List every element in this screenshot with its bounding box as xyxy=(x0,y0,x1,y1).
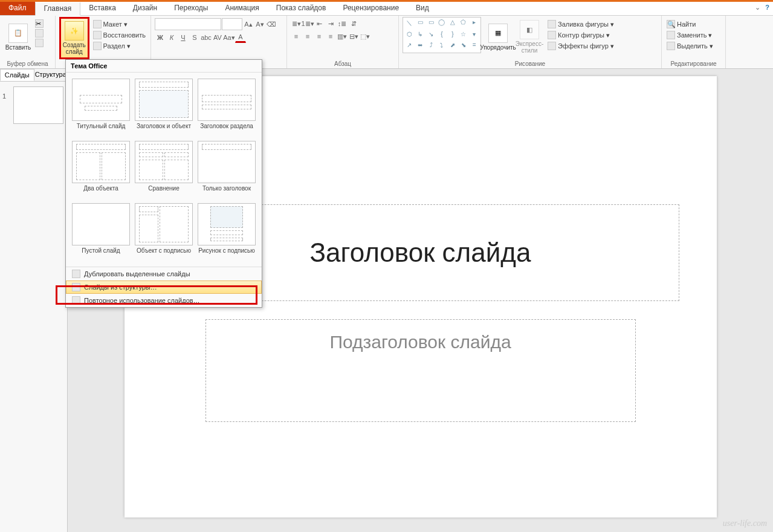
group-clipboard: 📋 Вставить ✂ Буфер обмена xyxy=(0,16,56,68)
slide-thumbnail-1[interactable] xyxy=(13,86,63,124)
arrange-icon: ▦ xyxy=(488,24,508,43)
reuse-slides-item[interactable]: Повторное использование слайдов… xyxy=(66,294,262,307)
group-drawing: ＼▭▭◯△⬠▸ ⬡↳↘{}☆▾ ↗⬌⤴⤵⬈⬊= ▦ Упорядочить ◧ … xyxy=(399,16,662,68)
cut-icon[interactable]: ✂ xyxy=(35,19,44,28)
gallery-header: Тема Office xyxy=(66,60,262,73)
title-placeholder-text: Заголовок слайда xyxy=(310,238,531,268)
layout-title-slide[interactable]: Титульный слайд xyxy=(71,77,131,137)
new-slide-button[interactable]: ✨ Создать слайд xyxy=(59,17,89,59)
align-center-icon[interactable]: ≡ xyxy=(302,31,313,42)
group-editing: 🔍Найти Заменить ▾ Выделить ▾ Редактирова… xyxy=(662,16,726,68)
font-name-combo[interactable] xyxy=(155,18,221,30)
bullets-icon[interactable]: ≣▾ xyxy=(291,18,302,29)
shape-fill-button[interactable]: Заливка фигуры ▾ xyxy=(546,19,615,29)
bold-icon[interactable]: Ж xyxy=(155,32,166,43)
tab-design[interactable]: Дизайн xyxy=(125,2,166,15)
layout-picture-caption[interactable]: Рисунок с подписью xyxy=(196,202,257,262)
columns-icon[interactable]: ▥▾ xyxy=(337,31,348,42)
arrange-button[interactable]: ▦ Упорядочить xyxy=(484,17,513,57)
tab-insert[interactable]: Вставка xyxy=(80,2,125,15)
subtitle-placeholder[interactable]: Подзаголовок слайда xyxy=(205,319,636,422)
layout-button[interactable]: Макет ▾ xyxy=(92,19,147,29)
clear-format-icon[interactable]: ⌫ xyxy=(266,19,277,30)
align-text-icon[interactable]: ⊟▾ xyxy=(348,31,359,42)
effects-icon xyxy=(548,42,556,50)
outline-icon xyxy=(72,283,80,291)
group-label-paragraph: Абзац xyxy=(291,59,395,68)
smartart-icon[interactable]: ⬚▾ xyxy=(360,31,370,42)
layout-comparison[interactable]: Сравнение xyxy=(134,140,194,199)
replace-button[interactable]: Заменить ▾ xyxy=(665,30,722,40)
watermark: user-life.com xyxy=(723,519,767,528)
align-left-icon[interactable]: ≡ xyxy=(291,31,302,42)
quick-styles-icon: ◧ xyxy=(520,20,539,39)
justify-icon[interactable]: ≡ xyxy=(325,31,336,42)
shape-outline-button[interactable]: Контур фигуры ▾ xyxy=(546,30,615,40)
reset-icon xyxy=(93,31,102,39)
duplicate-slides-item[interactable]: Дублировать выделенные слайды xyxy=(66,267,262,281)
line-spacing-icon[interactable]: ↕≣ xyxy=(337,18,348,29)
minimize-ribbon-icon[interactable]: ⌄ xyxy=(755,4,760,11)
layout-title-content[interactable]: Заголовок и объект xyxy=(134,77,194,137)
tab-home[interactable]: Главная xyxy=(35,2,81,16)
italic-icon[interactable]: К xyxy=(166,32,177,43)
quick-styles-button[interactable]: ◧ Экспресс-стили xyxy=(515,17,544,57)
layout-two-content[interactable]: Два объекта xyxy=(71,140,131,199)
indent-icon[interactable]: ⇥ xyxy=(325,18,336,29)
text-direction-icon[interactable]: ⇵ xyxy=(348,18,359,29)
replace-icon xyxy=(667,31,675,39)
shape-effects-button[interactable]: Эффекты фигур ▾ xyxy=(546,41,615,51)
tab-animations[interactable]: Анимация xyxy=(216,2,267,15)
font-size-combo[interactable] xyxy=(222,18,242,30)
group-label-clipboard: Буфер обмена xyxy=(4,59,51,68)
case-icon[interactable]: Aa▾ xyxy=(224,32,234,43)
grow-font-icon[interactable]: A▴ xyxy=(243,19,254,30)
slides-from-outline-item[interactable]: Слайды из структуры… xyxy=(66,281,262,294)
spacing-icon[interactable]: AV xyxy=(212,32,223,43)
slides-panel: Слайды Структура 1 xyxy=(0,69,68,532)
format-painter-icon[interactable] xyxy=(35,39,44,47)
group-paragraph: ≣▾ 1≣▾ ⇤ ⇥ ↕≣ ⇵ ≡ ≡ ≡ ≡ ▥▾ ⊟▾ ⬚▾ Абзац xyxy=(287,16,399,68)
layout-content-caption[interactable]: Объект с подписью xyxy=(134,202,194,262)
layout-icon xyxy=(93,20,102,28)
layout-section-header[interactable]: Заголовок раздела xyxy=(196,77,257,137)
underline-icon[interactable]: Ч xyxy=(178,32,189,43)
outline-icon xyxy=(548,31,556,39)
align-right-icon[interactable]: ≡ xyxy=(314,31,325,42)
layout-title-only[interactable]: Только заголовок xyxy=(196,140,257,199)
shrink-font-icon[interactable]: A▾ xyxy=(254,19,265,30)
panel-tab-slides[interactable]: Слайды xyxy=(0,69,34,81)
section-button[interactable]: Раздел ▾ xyxy=(92,41,147,51)
outdent-icon[interactable]: ⇤ xyxy=(314,18,325,29)
group-label-drawing: Рисование xyxy=(403,59,658,68)
tab-view[interactable]: Вид xyxy=(407,2,438,15)
section-icon xyxy=(93,42,102,50)
tab-review[interactable]: Рецензирование xyxy=(334,2,407,15)
clipboard-icon: 📋 xyxy=(8,24,28,43)
layout-blank[interactable]: Пустой слайд xyxy=(71,202,131,262)
strike-icon[interactable]: S xyxy=(189,32,200,43)
font-color-icon[interactable]: A xyxy=(235,32,246,43)
tab-slideshow[interactable]: Показ слайдов xyxy=(268,2,335,15)
fill-icon xyxy=(548,20,556,28)
new-slide-icon: ✨ xyxy=(65,21,84,41)
panel-tab-outline[interactable]: Структура xyxy=(34,69,68,81)
find-icon: 🔍 xyxy=(667,20,675,28)
reuse-icon xyxy=(72,296,80,305)
shapes-gallery[interactable]: ＼▭▭◯△⬠▸ ⬡↳↘{}☆▾ ↗⬌⤴⤵⬈⬊= xyxy=(403,17,481,53)
shadow-icon[interactable]: abc xyxy=(201,32,212,43)
paste-button[interactable]: 📋 Вставить xyxy=(4,17,33,57)
tab-transitions[interactable]: Переходы xyxy=(166,2,216,15)
select-button[interactable]: Выделить ▾ xyxy=(665,41,722,51)
numbering-icon[interactable]: 1≣▾ xyxy=(302,18,313,29)
select-icon xyxy=(667,42,675,50)
copy-icon[interactable] xyxy=(35,29,44,37)
find-button[interactable]: 🔍Найти xyxy=(665,19,722,29)
help-icon[interactable]: ? xyxy=(765,4,769,11)
file-tab[interactable]: Файл xyxy=(0,2,35,15)
subtitle-placeholder-text: Подзаголовок слайда xyxy=(329,332,511,352)
reset-button[interactable]: Восстановить xyxy=(92,30,147,40)
duplicate-icon xyxy=(72,270,80,278)
group-label-editing: Редактирование xyxy=(665,59,722,68)
new-slide-gallery: Тема Office Титульный слайд Заголовок и … xyxy=(65,59,262,308)
